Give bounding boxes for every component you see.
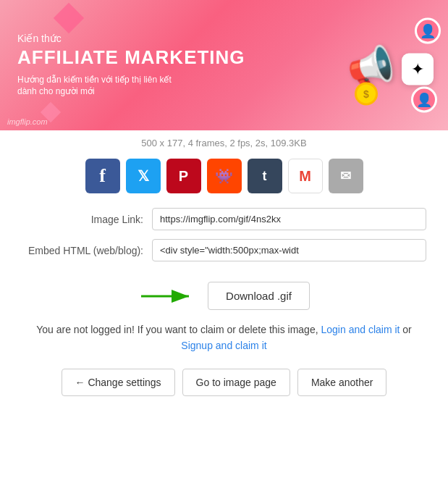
meta-info: 500 x 177, 4 frames, 2 fps, 2s, 109.3KB — [141, 138, 306, 148]
facebook-share-button[interactable]: f — [85, 159, 120, 193]
banner-kien-thuc: Kiến thức — [17, 33, 245, 44]
go-to-image-page-button[interactable]: Go to image page — [182, 369, 290, 396]
pinterest-share-button[interactable]: P — [166, 159, 201, 193]
download-row: Download .gif — [138, 282, 310, 310]
email-share-button[interactable]: ✉ — [329, 159, 363, 193]
app-icon: ✦ — [402, 53, 434, 85]
embed-html-input[interactable] — [152, 239, 426, 261]
banner-content: Kiến thức AFFILIATE MARKETING Hướng dẫn … — [17, 33, 245, 98]
form-section: Image Link: Embed HTML (web/blog): — [0, 208, 448, 270]
avatar-bottom: 👤 — [411, 87, 437, 113]
banner-right-visuals: 👤 📢 ✦ $ 👤 — [347, 40, 434, 91]
banner: Kiến thức AFFILIATE MARKETING Hướng dẫn … — [0, 0, 448, 130]
image-link-input[interactable] — [152, 208, 426, 230]
download-gif-button[interactable]: Download .gif — [208, 282, 310, 310]
tumblr-share-button[interactable]: t — [248, 159, 282, 193]
watermark: imgflip.com — [7, 117, 48, 126]
image-link-label: Image Link: — [22, 214, 152, 225]
bottom-buttons: ← Change settings Go to image page Make … — [62, 369, 387, 396]
coin-icon: $ — [355, 83, 378, 106]
change-settings-button[interactable]: ← Change settings — [62, 369, 175, 396]
arrow-container — [138, 288, 196, 305]
social-share-row: f 𝕏 P 👾 t M ✉ — [85, 159, 363, 193]
arrow-icon — [138, 288, 196, 305]
login-notice: You are not logged in! If you want to cl… — [0, 322, 448, 354]
gmail-share-button[interactable]: M — [288, 159, 323, 193]
embed-html-row: Embed HTML (web/blog): — [22, 239, 426, 261]
avatar-top: 👤 — [415, 18, 441, 44]
make-another-button[interactable]: Make another — [297, 369, 387, 396]
image-link-row: Image Link: — [22, 208, 426, 230]
banner-title: AFFILIATE MARKETING — [17, 47, 245, 68]
embed-html-label: Embed HTML (web/blog): — [22, 245, 152, 256]
banner-subtitle: Hướng dẫn kiếm tiền với tiếp thị liên kế… — [17, 74, 245, 98]
twitter-share-button[interactable]: 𝕏 — [126, 159, 161, 193]
login-link[interactable]: Login and claim it — [321, 324, 400, 335]
reddit-share-button[interactable]: 👾 — [207, 159, 242, 193]
signup-link[interactable]: Signup and claim it — [181, 340, 266, 351]
